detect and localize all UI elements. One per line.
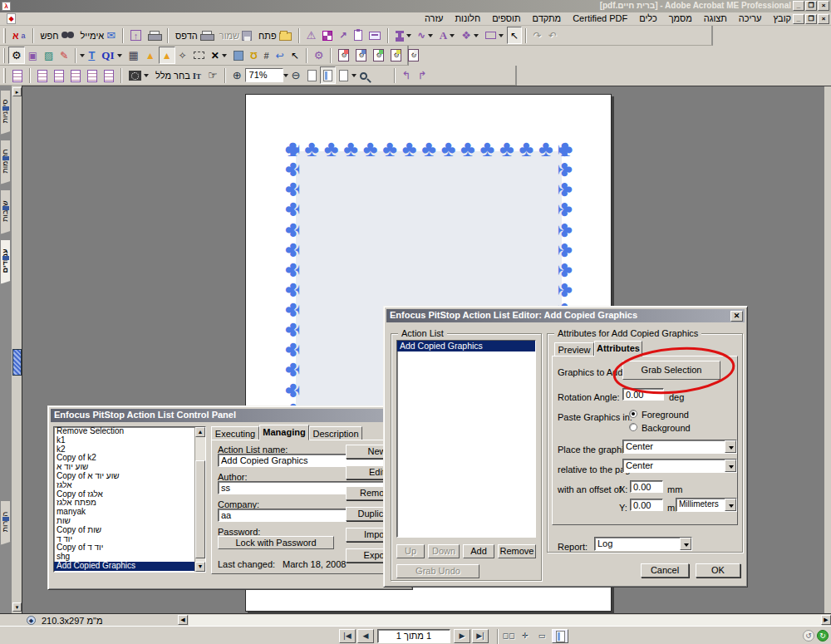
layout-doc-5-button[interactable] [101,66,117,84]
new-doc-button[interactable] [9,66,26,84]
up-button[interactable]: Up [396,544,425,558]
clipboard-tool-button[interactable] [351,27,366,44]
page-view-active-button[interactable] [552,629,568,643]
panel-scroll-up-button[interactable]: ▸ [12,87,22,96]
h-scroll-left-icon[interactable]: ◀ [178,615,188,625]
save-button[interactable]: שמור [216,27,255,44]
menu-advanced[interactable]: מתקדם [533,13,562,23]
tab-layers[interactable]: שכבות [0,189,11,234]
undo-button[interactable]: ↶ [545,27,560,44]
remove-action-button[interactable]: Remove [498,544,536,558]
zoom-in-button[interactable]: ⊕ [229,66,245,84]
revert-tool-button[interactable]: ↩ [273,47,288,64]
down-button[interactable]: Down [428,544,460,558]
horizontal-scrollbar[interactable] [189,615,822,626]
dropdown-arrow-icon[interactable] [117,54,122,60]
menu-view[interactable]: תצוגה [704,13,727,23]
film-button[interactable]: ▦ [125,47,142,64]
snapshot-button[interactable] [125,66,152,84]
action-list-listbox[interactable]: Remove Selection k1 k2 Copy of k2 שוע יו… [53,426,206,573]
zoom-level-input[interactable]: 71% [245,68,283,82]
tab-executing[interactable]: Executing [211,426,259,440]
attach-tool-button[interactable]: Ω [247,47,261,64]
link-tool-button[interactable]: ↗ [336,27,350,44]
menu-window[interactable]: חלונות [455,13,480,23]
dropdown-arrow-icon[interactable] [222,54,227,60]
scroll-thumb[interactable] [195,460,205,558]
single-page-view-button[interactable]: ◻◻ [500,629,517,643]
search-button[interactable]: חפש [37,27,77,44]
annotate-tool-button[interactable]: ✎ [57,47,71,64]
toolbar-grip[interactable] [3,28,6,43]
layout-doc-1-button[interactable] [34,66,51,84]
offset-y-input[interactable]: 0.00 [630,499,663,511]
text-tool-button[interactable]: A [436,27,458,44]
open-button[interactable]: פתח [255,27,295,44]
add-button[interactable]: Add [463,544,494,558]
pitstop-cursor-button[interactable]: ↖ [288,47,302,64]
language-switch-button[interactable]: אa [9,27,29,44]
profile-yellow-button[interactable]: ⚙ [387,47,405,64]
previous-view-button[interactable]: ↰ [399,66,415,84]
pattern-tool-button[interactable] [319,27,336,44]
tab-comments[interactable]: הערות [0,500,11,545]
profile-blue-button[interactable]: ⚙ [352,47,370,64]
select-text-button[interactable]: בחר מללIT [152,66,204,84]
list-item[interactable]: Copy of שוע יוד א [54,472,194,481]
profile-green-button[interactable]: ⚙ [370,47,387,64]
menu-edit[interactable]: עריכה [739,13,762,23]
profile-white-button[interactable]: ⚙ [405,47,422,64]
restore-button[interactable]: ❐ [805,1,817,11]
title-bar[interactable]: λ [pdf.ברית חיים] - Adobe Acrobat ME Pro… [0,0,831,12]
marquee-select-button[interactable] [190,47,208,64]
upload-button[interactable]: ↑ [127,27,145,44]
doc-close-button[interactable]: × [818,14,829,24]
facing-view-button[interactable]: ▭ [534,629,550,643]
panel-scroll-down-button[interactable]: ▾ [12,602,22,612]
editor-action-listbox[interactable]: Add Copied Graphics [396,340,536,538]
tab-preview[interactable]: Preview [554,342,594,356]
menu-document[interactable]: מסמך [669,13,692,23]
redo-button[interactable]: ↷ [530,27,545,44]
dropdown-arrow-icon[interactable] [450,34,455,40]
measure-text-button[interactable]: T [85,47,98,64]
navigation-tool-button[interactable]: ❖ [458,27,482,44]
scroll-down-icon[interactable]: ▼ [195,562,205,572]
crop-tool-button[interactable]: # [261,47,273,64]
list-item[interactable]: אלגז [54,481,194,490]
list-scrollbar[interactable]: ▲ ▼ [194,427,205,572]
page-fit-page-button[interactable] [320,66,336,84]
first-page-button[interactable]: |◀ [339,629,356,643]
print-button[interactable]: הדפס [172,27,216,44]
select-cursor-button[interactable]: ↖ [507,27,522,44]
dropdown-arrow-icon[interactable] [499,34,504,40]
layout-doc-2-button[interactable] [51,66,67,84]
stamp-tool-button[interactable] [392,27,415,44]
page-actual-size-button[interactable] [336,66,352,84]
menu-help[interactable]: עזרה [425,13,443,23]
offset-x-input[interactable]: 0.00 [630,480,663,493]
grab-undo-button[interactable]: Grab Undo [396,564,479,578]
tab-bookmarks[interactable]: סימניות [0,90,11,135]
delete-tool-button[interactable]: ✕ [208,47,230,64]
loupe-button[interactable] [356,66,371,84]
tab-signatures[interactable]: חתימות [0,140,11,184]
dropdown-arrow-icon[interactable] [144,74,149,80]
page-number-input[interactable]: 1 מתוך 1 [377,629,450,643]
page-fit-width-button[interactable] [304,66,320,84]
wedge-tool-button[interactable]: ▲ [142,47,159,64]
menu-certified-pdf[interactable]: Certified PDF [573,13,627,23]
chevron-down-icon[interactable] [725,499,736,511]
foreground-radio[interactable] [629,410,637,418]
chevron-down-icon[interactable] [725,440,736,453]
place-graphics-select[interactable]: Center [622,440,737,454]
close-button[interactable]: × [818,1,829,11]
ok-button[interactable]: OK [696,563,740,578]
editor-close-icon[interactable]: ✕ [730,311,743,322]
list-item-selected[interactable]: Add Copied Graphics [54,562,194,571]
document-icon[interactable]: ◆ [7,13,16,24]
last-page-button[interactable]: ▶| [472,629,489,643]
list-item[interactable]: Copy of יוד ד [54,543,194,553]
vertical-scrollbar[interactable] [824,86,831,613]
tab-pages[interactable]: עמודים [0,239,11,284]
